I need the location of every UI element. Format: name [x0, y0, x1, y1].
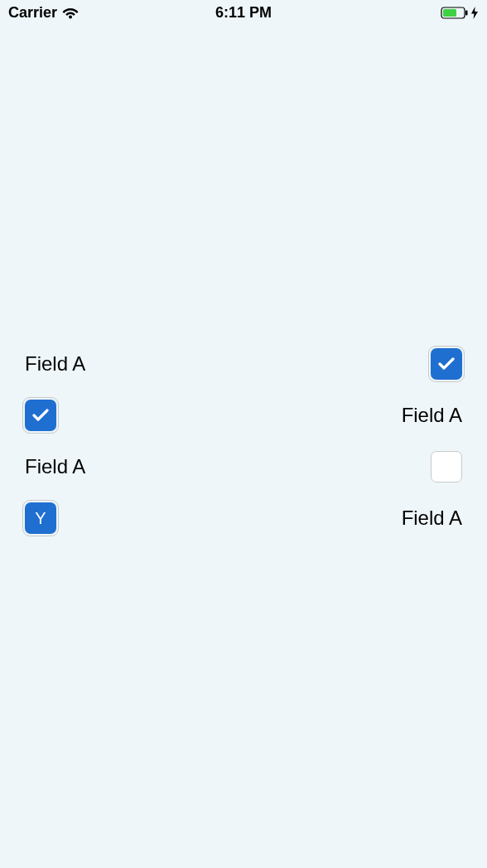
- status-time: 6:11 PM: [215, 4, 272, 22]
- field-label: Field A: [402, 507, 462, 530]
- svg-rect-3: [465, 10, 468, 15]
- charging-icon: [470, 7, 479, 19]
- battery-icon: [441, 7, 469, 19]
- checkbox[interactable]: [431, 451, 462, 482]
- field-label: Field A: [25, 352, 85, 376]
- check-icon: [32, 409, 49, 422]
- status-bar: Carrier 6:11 PM: [0, 0, 487, 25]
- form-row: Field A: [25, 338, 462, 390]
- checkbox[interactable]: [431, 348, 462, 380]
- checkbox-text: Y: [35, 509, 46, 528]
- field-label: Field A: [25, 455, 85, 478]
- check-icon: [438, 357, 455, 371]
- checkbox[interactable]: [25, 400, 56, 431]
- svg-rect-2: [443, 9, 456, 17]
- form-row: Field A: [25, 390, 462, 441]
- status-left: Carrier: [8, 4, 79, 22]
- status-right: [441, 7, 479, 19]
- form-content: Field A Field A Field A: [25, 338, 462, 544]
- field-label: Field A: [402, 404, 462, 427]
- form-row: Y Field A: [25, 492, 462, 544]
- carrier-label: Carrier: [8, 4, 57, 22]
- wifi-icon: [62, 7, 79, 19]
- form-row: Field A: [25, 441, 462, 492]
- checkbox[interactable]: Y: [25, 502, 56, 534]
- svg-point-0: [69, 15, 72, 18]
